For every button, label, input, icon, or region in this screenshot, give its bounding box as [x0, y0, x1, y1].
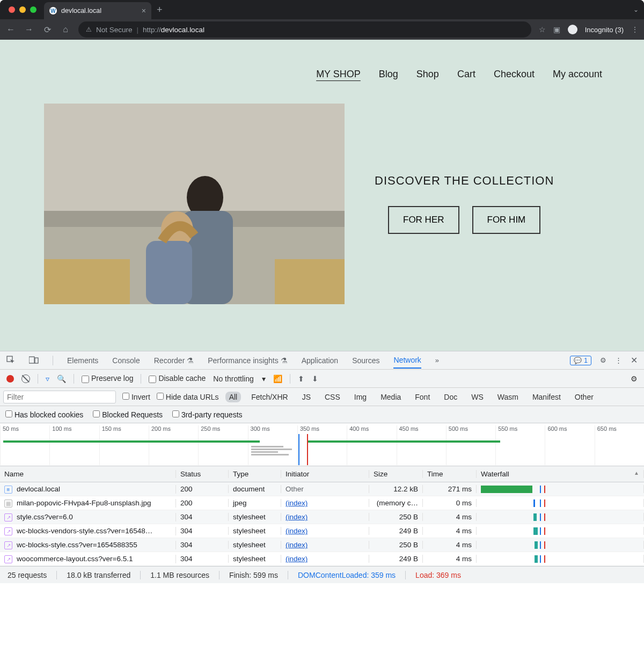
file-type-icon: ≡: [4, 486, 12, 494]
type-js[interactable]: JS: [298, 392, 314, 402]
tab-sources[interactable]: Sources: [352, 356, 379, 365]
type-fetchxhr[interactable]: Fetch/XHR: [247, 392, 291, 402]
panel-icon[interactable]: ▣: [553, 25, 560, 34]
back-icon[interactable]: ←: [5, 25, 16, 34]
download-har-icon[interactable]: ⬇: [312, 374, 318, 383]
upload-har-icon[interactable]: ⬆: [298, 374, 304, 383]
devtools-menu-icon[interactable]: ⋮: [615, 356, 622, 364]
col-initiator[interactable]: Initiator: [281, 470, 369, 478]
nav-link-shop[interactable]: Shop: [416, 69, 439, 80]
close-devtools-icon[interactable]: ✕: [631, 355, 638, 365]
type-media[interactable]: Media: [377, 392, 405, 402]
type-all[interactable]: All: [225, 392, 241, 402]
tab-perf-insights[interactable]: Performance insights ⚗: [208, 356, 287, 365]
svg-rect-8: [146, 241, 192, 304]
type-img[interactable]: Img: [350, 392, 370, 402]
clear-button[interactable]: [21, 374, 30, 383]
tab-application[interactable]: Application: [302, 356, 339, 365]
type-doc[interactable]: Doc: [440, 392, 461, 402]
table-row[interactable]: ↗style.css?ver=6.0 304 stylesheet (index…: [0, 510, 644, 524]
timeline-tick: 450 ms: [397, 425, 446, 465]
table-row[interactable]: ≡devlocal.local 200 document Other 12.2 …: [0, 482, 644, 496]
status-bar: 25 requests 18.0 kB transferred 1.1 MB r…: [0, 566, 644, 583]
devtools-tab-bar: Elements Console Recorder ⚗ Performance …: [0, 351, 644, 370]
device-toggle-icon[interactable]: [29, 356, 39, 365]
new-tab-button[interactable]: +: [157, 4, 163, 16]
inspect-icon[interactable]: [6, 356, 15, 365]
col-waterfall[interactable]: Waterfall▲: [477, 470, 644, 478]
file-type-icon: ↗: [4, 541, 12, 549]
home-icon[interactable]: ⌂: [60, 25, 71, 34]
network-conditions-icon[interactable]: 📶: [273, 374, 282, 383]
table-row[interactable]: ↗wc-blocks-style.css?ver=1654588355 304 …: [0, 538, 644, 552]
incognito-avatar-icon[interactable]: [568, 25, 577, 34]
network-settings-icon[interactable]: ⚙: [631, 374, 638, 383]
experiment-icon: ⚗: [187, 356, 194, 365]
filter-toggle-icon[interactable]: ▿: [46, 374, 49, 383]
issues-badge[interactable]: 💬 1: [570, 356, 591, 365]
nav-brand[interactable]: MY SHOP: [316, 69, 361, 80]
disable-cache-checkbox[interactable]: Disable cache: [149, 374, 206, 383]
throttling-select[interactable]: No throttling ▾: [213, 374, 266, 383]
hero-image: [44, 104, 345, 304]
type-font[interactable]: Font: [411, 392, 434, 402]
search-icon[interactable]: 🔍: [57, 374, 66, 383]
close-tab-icon[interactable]: ×: [142, 6, 146, 15]
minimize-window-icon[interactable]: [19, 6, 26, 13]
type-wasm[interactable]: Wasm: [494, 392, 522, 402]
nav-link-account[interactable]: My account: [553, 69, 602, 80]
table-row[interactable]: ↗wc-blocks-vendors-style.css?ver=16548… …: [0, 524, 644, 538]
type-other[interactable]: Other: [571, 392, 597, 402]
type-ws[interactable]: WS: [467, 392, 487, 402]
tab-console[interactable]: Console: [112, 356, 140, 365]
type-manifest[interactable]: Manifest: [529, 392, 565, 402]
col-name[interactable]: Name: [0, 470, 176, 478]
tabs-menu-icon[interactable]: ⌄: [633, 6, 639, 13]
filter-input[interactable]: [3, 391, 116, 403]
browser-menu-icon[interactable]: ⋮: [631, 25, 639, 34]
nav-link-checkout[interactable]: Checkout: [494, 69, 535, 80]
window-controls: [9, 6, 36, 13]
reload-icon[interactable]: ⟳: [42, 25, 53, 35]
tab-network[interactable]: Network: [393, 356, 421, 369]
network-table: Name Status Type Initiator Size Time Wat…: [0, 466, 644, 566]
bookmark-icon[interactable]: ☆: [539, 25, 546, 34]
status-load: Load: 369 ms: [415, 571, 461, 579]
col-status[interactable]: Status: [176, 470, 229, 478]
maximize-window-icon[interactable]: [30, 6, 36, 13]
col-size[interactable]: Size: [369, 470, 423, 478]
status-dcl: DOMContentLoaded: 359 ms: [298, 571, 396, 579]
table-row[interactable]: ▦milan-popovic-FHvpa4-Fpu8-unsplash.jpg …: [0, 496, 644, 510]
hero-section: DISCOVER THE COLLECTION FOR HER FOR HIM: [0, 80, 644, 304]
record-button[interactable]: [6, 375, 14, 383]
more-tabs-icon[interactable]: »: [435, 356, 439, 364]
col-time[interactable]: Time: [423, 470, 477, 478]
hero-illustration: [44, 104, 345, 304]
tab-elements[interactable]: Elements: [67, 356, 98, 365]
close-window-icon[interactable]: [9, 6, 15, 13]
browser-tab[interactable]: W devlocal.local ×: [44, 2, 151, 19]
browser-chrome: W devlocal.local × + ⌄ ← → ⟳ ⌂ ⚠ Not Sec…: [0, 0, 644, 40]
invert-checkbox[interactable]: Invert: [122, 393, 150, 401]
table-header[interactable]: Name Status Type Initiator Size Time Wat…: [0, 466, 644, 482]
third-party-checkbox[interactable]: 3rd-party requests: [172, 410, 243, 419]
for-him-button[interactable]: FOR HIM: [472, 206, 541, 234]
hero-text: DISCOVER THE COLLECTION FOR HER FOR HIM: [375, 174, 554, 234]
timeline-tick: 200 ms: [149, 425, 198, 465]
nav-link-cart[interactable]: Cart: [457, 69, 475, 80]
type-css[interactable]: CSS: [321, 392, 344, 402]
address-bar[interactable]: ⚠ Not Secure | http://devlocal.local: [78, 21, 531, 38]
blocked-requests-checkbox[interactable]: Blocked Requests: [93, 410, 163, 419]
timeline-overview[interactable]: 50 ms100 ms150 ms200 ms250 ms300 ms350 m…: [0, 423, 644, 466]
tab-recorder[interactable]: Recorder ⚗: [154, 356, 194, 365]
preserve-log-checkbox[interactable]: Preserve log: [82, 374, 133, 383]
col-type[interactable]: Type: [229, 470, 281, 478]
page-content: MY SHOP Blog Shop Cart Checkout My accou…: [0, 40, 644, 351]
table-row[interactable]: ↗woocommerce-layout.css?ver=6.5.1 304 st…: [0, 552, 644, 566]
settings-icon[interactable]: ⚙: [600, 356, 606, 364]
has-blocked-cookies-checkbox[interactable]: Has blocked cookies: [5, 410, 83, 419]
nav-link-blog[interactable]: Blog: [379, 69, 398, 80]
hide-data-urls-checkbox[interactable]: Hide data URLs: [157, 393, 219, 401]
for-her-button[interactable]: FOR HER: [388, 206, 459, 234]
forward-icon[interactable]: →: [24, 25, 34, 34]
